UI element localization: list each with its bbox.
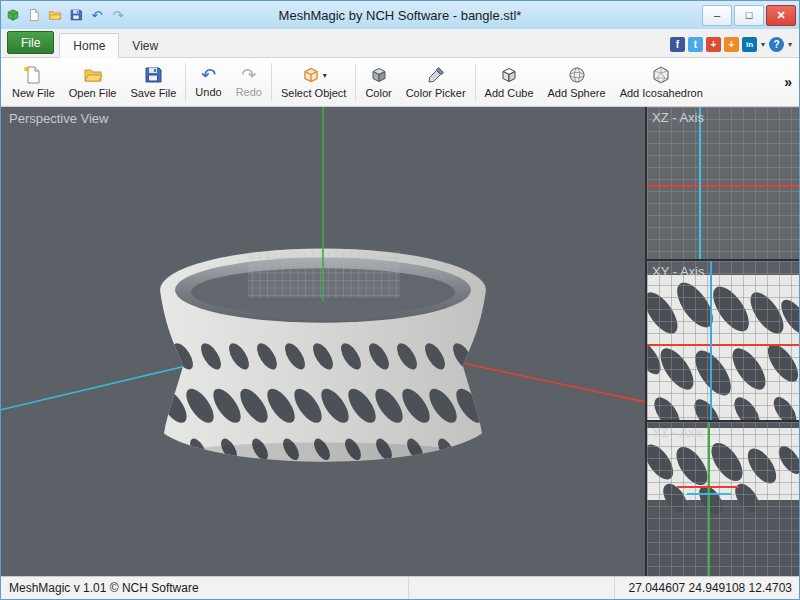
undo-icon: ↶ <box>201 66 216 84</box>
open-file-icon <box>83 65 103 85</box>
new-file-button[interactable]: New File <box>5 59 62 105</box>
status-bar: MeshMagic v 1.01 © NCH Software 27.04460… <box>1 576 799 599</box>
undo-button[interactable]: ↶ Undo <box>188 59 228 105</box>
toolbar-overflow-chevron[interactable]: » <box>781 74 795 90</box>
ortho-panels: XZ - Axis <box>645 107 799 576</box>
minimize-button[interactable]: – <box>702 5 732 26</box>
add-cube-button[interactable]: Add Cube <box>478 59 541 105</box>
icosahedron-icon <box>651 65 671 85</box>
xz-axis-viewport[interactable]: XZ - Axis <box>647 107 799 259</box>
yz-z-axis-segment <box>687 493 731 495</box>
xz-grid <box>647 107 799 259</box>
status-spacer <box>408 577 614 599</box>
xz-panel-label: XZ - Axis <box>652 110 704 125</box>
social-more-chevron-icon[interactable]: ▾ <box>760 40 766 49</box>
addthis-icon[interactable]: + <box>724 37 739 52</box>
status-coordinates: 27.044607 24.949108 12.4703 <box>614 577 799 599</box>
help-chevron-icon[interactable]: ▾ <box>787 40 793 49</box>
facebook-icon[interactable]: f <box>670 37 685 52</box>
title-bar: ↶ ↷ MeshMagic by NCH Software - bangle.s… <box>1 1 799 29</box>
quick-access-toolbar: ↶ ↷ <box>4 6 127 24</box>
xy-panel-label: XY - Axis <box>652 264 705 279</box>
ribbon-tab-row: File Home View f t + + in ▾ ? ▾ <box>1 29 799 58</box>
close-button[interactable]: ✕ <box>766 5 796 26</box>
app-icon[interactable] <box>4 6 22 24</box>
new-file-icon <box>23 65 43 85</box>
color-button[interactable]: Color <box>358 59 398 105</box>
save-file-icon[interactable] <box>67 6 85 24</box>
tab-view[interactable]: View <box>119 34 171 57</box>
help-icon[interactable]: ? <box>769 37 784 52</box>
yz-x-axis-segment <box>677 486 739 488</box>
3d-scene <box>1 107 645 576</box>
select-object-icon <box>301 65 321 85</box>
xz-x-axis-line <box>647 185 799 187</box>
linkedin-icon[interactable]: in <box>742 37 757 52</box>
open-file-icon[interactable] <box>46 6 64 24</box>
xy-grid <box>647 261 799 419</box>
main-area: Perspective View <box>1 107 799 576</box>
yz-y-axis-line <box>708 422 710 576</box>
open-file-button[interactable]: Open File <box>62 59 124 105</box>
eyedropper-icon <box>426 65 446 85</box>
redo-icon: ↷ <box>241 66 256 84</box>
xy-y-axis-line <box>710 261 712 419</box>
googleplus-icon[interactable]: + <box>706 37 721 52</box>
toolbar-separator <box>271 63 272 101</box>
add-icosahedron-button[interactable]: Add Icosahedron <box>613 59 710 105</box>
xz-z-axis-line <box>699 107 701 259</box>
yz-panel-label: YZ - Axis <box>652 425 704 440</box>
yz-grid <box>647 422 799 576</box>
social-cluster: f t + + in ▾ ? ▾ <box>670 37 793 57</box>
add-sphere-button[interactable]: Add Sphere <box>541 59 613 105</box>
select-object-button[interactable]: ▾ Select Object <box>274 59 353 105</box>
chevron-down-icon: ▾ <box>323 71 327 80</box>
save-file-icon <box>143 65 163 85</box>
tab-home[interactable]: Home <box>59 33 119 58</box>
cube-icon <box>499 65 519 85</box>
redo-button[interactable]: ↷ Redo <box>229 59 269 105</box>
toolbar-separator <box>185 63 186 101</box>
save-file-button[interactable]: Save File <box>124 59 184 105</box>
xy-x-axis-line <box>647 344 799 346</box>
color-picker-button[interactable]: Color Picker <box>399 59 473 105</box>
window-controls: – □ ✕ <box>702 5 796 26</box>
new-file-icon[interactable] <box>25 6 43 24</box>
perspective-viewport[interactable]: Perspective View <box>1 107 645 576</box>
color-cube-icon <box>369 65 389 85</box>
toolbar-separator <box>475 63 476 101</box>
viewport-label: Perspective View <box>9 111 108 126</box>
twitter-icon[interactable]: t <box>688 37 703 52</box>
main-toolbar: New File Open File Save File ↶ Undo ↷ Re… <box>1 58 799 107</box>
maximize-button[interactable]: □ <box>734 5 764 26</box>
file-menu-button[interactable]: File <box>7 31 54 54</box>
yz-axis-viewport[interactable]: YZ - Axis <box>647 422 799 576</box>
sphere-icon <box>567 65 587 85</box>
status-version-text: MeshMagic v 1.01 © NCH Software <box>1 581 408 595</box>
toolbar-separator <box>355 63 356 101</box>
undo-icon[interactable]: ↶ <box>88 6 106 24</box>
xy-axis-viewport[interactable]: XY - Axis <box>647 261 799 419</box>
redo-icon[interactable]: ↷ <box>109 6 127 24</box>
app-window: ↶ ↷ MeshMagic by NCH Software - bangle.s… <box>0 0 800 600</box>
